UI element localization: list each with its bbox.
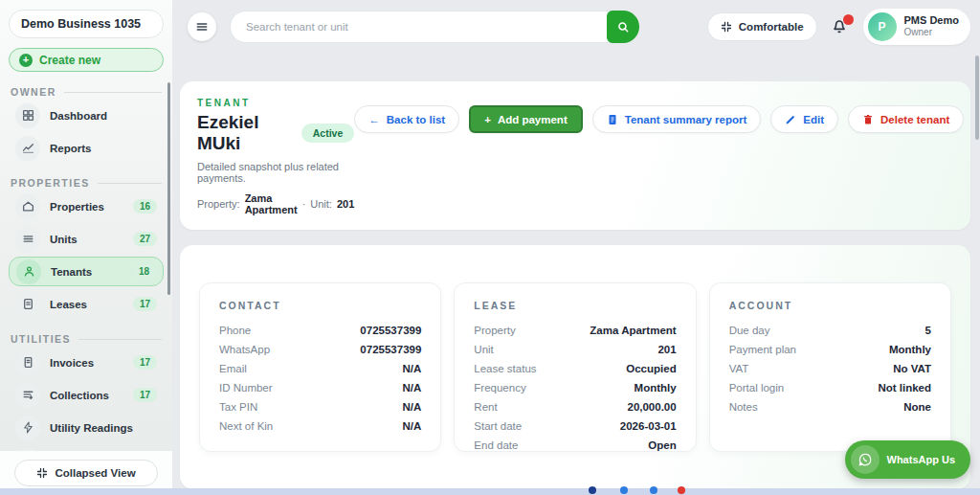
receipt-icon xyxy=(15,350,40,375)
density-toggle-button[interactable]: Comfortable xyxy=(707,12,817,41)
lease-row-rent: Rent20,000.00 xyxy=(474,397,676,416)
sidebar-item-leases[interactable]: Leases 17 xyxy=(9,289,164,319)
whatsapp-icon xyxy=(851,445,880,474)
contact-row-email: EmailN/A xyxy=(219,359,421,378)
card-title: LEASE xyxy=(474,300,676,311)
sidebar-item-label: Collections xyxy=(50,390,109,401)
sidebar-item-label: Tenants xyxy=(51,266,92,278)
create-new-button[interactable]: + Create new xyxy=(9,48,164,72)
person-icon xyxy=(16,259,41,284)
home-icon xyxy=(15,194,40,219)
delete-tenant-button[interactable]: Delete tenant xyxy=(848,105,964,133)
page-description: Detailed snapshot plus related payments. xyxy=(197,161,354,184)
plus-icon: + xyxy=(484,114,491,125)
count-badge: 17 xyxy=(133,355,157,370)
lease-row-frequency: FrequencyMonthly xyxy=(474,378,676,397)
count-badge: 18 xyxy=(132,264,156,279)
collections-icon xyxy=(15,383,40,408)
back-to-list-button[interactable]: ← Back to list xyxy=(354,105,459,133)
page-eyebrow: TENANT xyxy=(197,98,354,108)
search-icon xyxy=(616,20,630,34)
account-row-due-day: Due day5 xyxy=(729,321,931,340)
profile-name: PMS Demo xyxy=(904,14,959,27)
lease-row-status: Lease statusOccupied xyxy=(474,359,676,378)
dashboard-icon xyxy=(15,103,40,128)
topbar-right: Comfortable P PMS Demo Owner xyxy=(707,9,970,45)
topbar: Comfortable P PMS Demo Owner xyxy=(172,0,980,53)
create-new-label: Create new xyxy=(39,54,100,67)
account-row-payment-plan: Payment planMonthly xyxy=(729,340,931,359)
section-utilities: UTILITIES xyxy=(11,333,162,345)
action-buttons: ← Back to list + Add payment Tenant summ… xyxy=(354,98,964,215)
sidebar-item-label: Invoices xyxy=(50,357,94,369)
bolt-icon xyxy=(15,416,40,440)
bottom-strip xyxy=(0,488,980,495)
status-badge: Active xyxy=(301,124,355,143)
account-card: ACCOUNT Due day5 Payment planMonthly VAT… xyxy=(709,282,951,452)
lines-icon xyxy=(15,227,40,252)
account-row-notes: NotesNone xyxy=(729,397,931,416)
strip-dot-3 xyxy=(650,486,657,494)
strip-dot-2 xyxy=(620,486,628,494)
report-file-icon xyxy=(607,114,618,125)
trash-icon xyxy=(862,114,874,125)
avatar: P xyxy=(868,12,897,41)
sidebar-item-label: Properties xyxy=(50,201,104,213)
plus-icon: + xyxy=(19,54,33,67)
search-input[interactable] xyxy=(230,11,639,43)
notifications-button[interactable] xyxy=(830,16,851,37)
reports-icon xyxy=(15,136,40,161)
profile-role: Owner xyxy=(904,27,959,38)
contact-row-id-number: ID NumberN/A xyxy=(219,378,421,397)
main-scrollbar[interactable] xyxy=(975,56,979,140)
sidebar-item-properties[interactable]: Properties 16 xyxy=(9,191,164,221)
collapsed-view-label: Collapsed View xyxy=(55,467,135,479)
lease-row-start-date: Start date2026-03-01 xyxy=(474,416,676,436)
lease-row-property: PropertyZama Apartment xyxy=(474,321,676,340)
search-button[interactable] xyxy=(607,11,639,43)
strip-dot-1 xyxy=(589,486,596,494)
section-owner: OWNER xyxy=(11,86,162,98)
sidebar-item-invoices[interactable]: Invoices 17 xyxy=(9,348,164,377)
profile-menu[interactable]: P PMS Demo Owner xyxy=(863,9,970,45)
lease-row-unit: Unit201 xyxy=(474,340,676,359)
collapsed-view-button[interactable]: Collapsed View xyxy=(14,460,158,486)
card-title: ACCOUNT xyxy=(729,300,931,311)
page-title: Ezekiel MUki xyxy=(197,112,292,154)
document-icon xyxy=(15,292,40,317)
count-badge: 17 xyxy=(133,388,157,402)
sidebar-item-label: Units xyxy=(50,234,78,245)
density-icon xyxy=(721,21,732,33)
edit-button[interactable]: Edit xyxy=(770,105,838,133)
add-payment-button[interactable]: + Add payment xyxy=(469,105,583,133)
tenant-header-info: TENANT Ezekiel MUki Active Detailed snap… xyxy=(197,98,354,215)
sidebar-item-label: Utility Readings xyxy=(50,422,133,434)
sidebar-item-tenants[interactable]: Tenants 18 xyxy=(9,257,164,286)
sidebar-item-label: Reports xyxy=(50,143,91,154)
account-row-vat: VATNo VAT xyxy=(729,359,931,378)
menu-toggle-button[interactable] xyxy=(188,12,216,41)
sidebar-item-dashboard[interactable]: Dashboard xyxy=(9,101,164,130)
density-label: Comfortable xyxy=(739,21,804,33)
lease-card: LEASE PropertyZama Apartment Unit201 Lea… xyxy=(454,282,696,452)
sidebar-scrollbar[interactable] xyxy=(167,82,170,295)
breadcrumb: Property: Zama Apartment · Unit: 201 xyxy=(197,192,354,215)
sidebar-item-units[interactable]: Units 27 xyxy=(9,224,164,254)
contact-row-phone: Phone0725537399 xyxy=(219,321,421,340)
arrow-left-icon: ← xyxy=(368,114,380,125)
count-badge: 16 xyxy=(133,199,157,214)
sidebar-item-label: Dashboard xyxy=(50,110,107,122)
sidebar-item-label: Leases xyxy=(50,299,87,310)
business-name: Demo Business 1035 xyxy=(21,17,141,31)
business-name-box[interactable]: Demo Business 1035 xyxy=(9,10,164,38)
tenant-summary-report-button[interactable]: Tenant summary report xyxy=(592,105,762,133)
sidebar-item-collections[interactable]: Collections 17 xyxy=(9,380,164,410)
lease-row-end-date: End dateOpen xyxy=(474,436,676,455)
search-container xyxy=(230,11,639,43)
sidebar-item-utility-readings[interactable]: Utility Readings xyxy=(9,413,164,442)
count-badge: 27 xyxy=(133,232,157,246)
whatsapp-label: WhatsApp Us xyxy=(887,454,956,465)
whatsapp-us-button[interactable]: WhatsApp Us xyxy=(845,440,971,479)
notification-badge xyxy=(843,14,854,25)
sidebar-item-reports[interactable]: Reports xyxy=(9,133,164,163)
